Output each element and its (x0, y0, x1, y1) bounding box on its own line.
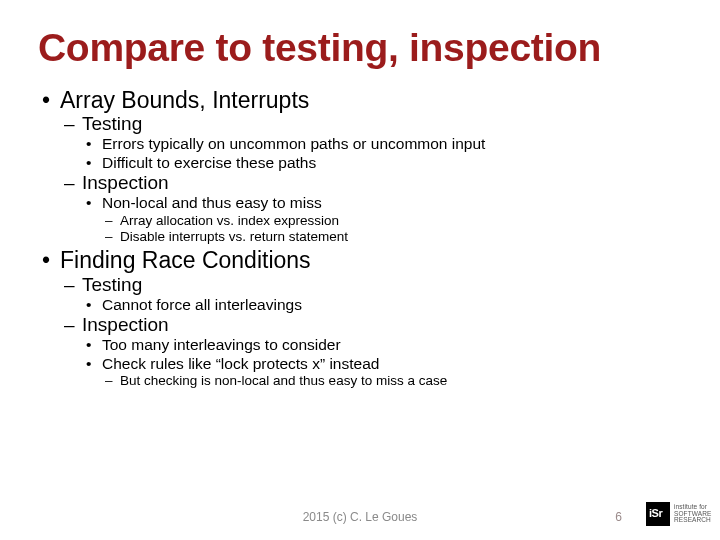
footer-page-number: 6 (615, 510, 622, 524)
bullet-text: Testing (82, 274, 142, 295)
bullet-text: Cannot force all interleavings (102, 296, 302, 313)
bullet-disable-interrupts: Disable interrupts vs. return statement (102, 229, 682, 245)
bullet-too-many: Too many interleavings to consider (82, 336, 682, 355)
bullet-text: Testing (82, 113, 142, 134)
footer-copyright: 2015 (c) C. Le Goues (303, 510, 418, 524)
bullet-text: Array Bounds, Interrupts (60, 87, 309, 113)
bullet-text: Finding Race Conditions (60, 247, 311, 273)
bullet-errors-uncommon: Errors typically on uncommon paths or un… (82, 135, 682, 154)
bullet-text: Disable interrupts vs. return statement (120, 229, 348, 244)
isr-logo: institute for SOFTWARE RESEARCH (646, 498, 708, 530)
bullet-but-checking: But checking is non-local and thus easy … (102, 373, 682, 389)
bullet-testing-2: Testing Cannot force all interleavings (60, 274, 682, 314)
bullet-text: Inspection (82, 172, 169, 193)
bullet-array-bounds: Array Bounds, Interrupts Testing Errors … (38, 87, 682, 245)
bullet-text: Errors typically on uncommon paths or un… (102, 135, 485, 152)
bullet-text: Check rules like “lock protects x” inste… (102, 355, 379, 372)
bullet-text: Too many interleavings to consider (102, 336, 341, 353)
bullet-testing-1: Testing Errors typically on uncommon pat… (60, 113, 682, 172)
isr-logo-mark (646, 502, 670, 526)
logo-line: RESEARCH (674, 517, 711, 524)
bullet-text: Difficult to exercise these paths (102, 154, 316, 171)
bullet-text: Non-local and thus easy to miss (102, 194, 322, 211)
bullet-race-conditions: Finding Race Conditions Testing Cannot f… (38, 247, 682, 389)
slide-title: Compare to testing, inspection (38, 28, 682, 69)
bullet-text: Inspection (82, 314, 169, 335)
bullet-inspection-1: Inspection Non-local and thus easy to mi… (60, 172, 682, 245)
bullet-inspection-2: Inspection Too many interleavings to con… (60, 314, 682, 389)
bullet-cannot-force: Cannot force all interleavings (82, 296, 682, 315)
content-list: Array Bounds, Interrupts Testing Errors … (38, 87, 682, 389)
bullet-text: Array allocation vs. index expression (120, 213, 339, 228)
bullet-text: But checking is non-local and thus easy … (120, 373, 447, 388)
bullet-check-rules: Check rules like “lock protects x” inste… (82, 355, 682, 390)
slide: Compare to testing, inspection Array Bou… (0, 0, 720, 540)
bullet-nonlocal-miss: Non-local and thus easy to miss Array al… (82, 194, 682, 245)
bullet-array-alloc: Array allocation vs. index expression (102, 213, 682, 229)
isr-logo-text: institute for SOFTWARE RESEARCH (674, 504, 711, 524)
slide-footer: 2015 (c) C. Le Goues 6 (0, 510, 720, 524)
bullet-difficult-exercise: Difficult to exercise these paths (82, 154, 682, 173)
